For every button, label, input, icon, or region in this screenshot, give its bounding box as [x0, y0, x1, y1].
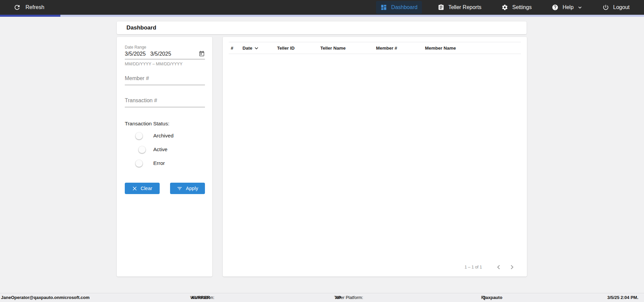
column-header-member-name: Member Name — [425, 46, 527, 51]
sort-chevron-down-icon — [254, 46, 259, 51]
table-header-row: # Date Teller ID Teller Name Member # Me… — [223, 42, 527, 54]
date-start-input[interactable] — [125, 51, 150, 57]
clear-button-label: Clear — [141, 186, 152, 191]
app-root: Refresh Dashboard Teller Reports Setting… — [0, 0, 644, 302]
chevron-down-icon — [578, 5, 582, 10]
top-nav: Dashboard Teller Reports Settings Help — [376, 1, 634, 14]
close-icon — [132, 186, 137, 191]
refresh-icon — [13, 4, 21, 11]
nav-label: Dashboard — [391, 4, 417, 10]
nav-logout[interactable]: Logout — [598, 1, 634, 14]
apply-button-label: Apply — [186, 186, 198, 191]
column-header-teller-id: Teller ID — [277, 46, 320, 51]
chevron-left-icon — [495, 263, 502, 271]
toggle-error[interactable]: Error — [125, 159, 205, 168]
nav-settings[interactable]: Settings — [497, 1, 536, 14]
toggle-label: Archived — [153, 133, 173, 139]
toggle-label: Error — [153, 160, 165, 166]
toggle-switch-icon — [136, 147, 148, 152]
date-range-label: Date Range — [125, 45, 205, 50]
date-format-hint: MM/DD/YYYY – MM/DD/YYYY — [125, 62, 205, 66]
toggle-archived[interactable]: Archived — [125, 131, 205, 140]
transaction-number-input[interactable] — [125, 98, 205, 107]
dashboard-grid-icon — [380, 4, 387, 11]
apply-button[interactable]: Apply — [170, 183, 205, 194]
toggle-switch-icon — [136, 133, 148, 138]
paginator: 1 – 1 of 1 — [465, 263, 527, 271]
filter-panel: Date Range MM/DD/YYYY – MM/DD/YYYY Trans… — [117, 37, 212, 277]
date-end-input[interactable] — [150, 51, 176, 57]
column-header-index: # — [231, 46, 243, 51]
nav-help[interactable]: Help — [547, 1, 587, 14]
nav-label: Help — [562, 4, 574, 10]
teller-platform-status: Teller Platform: XP — [334, 293, 341, 302]
top-bar: Refresh Dashboard Teller Reports Setting… — [0, 0, 644, 15]
column-header-label: Date — [243, 46, 252, 51]
nav-label: Settings — [512, 4, 532, 10]
nav-teller-reports[interactable]: Teller Reports — [433, 1, 486, 14]
teller-platform-label: Teller Platform: — [334, 293, 363, 302]
transaction-status-label: Transaction Status: — [125, 121, 205, 127]
chevron-right-icon — [508, 263, 516, 271]
clear-button[interactable]: Clear — [125, 183, 160, 194]
progress-bar — [0, 15, 644, 17]
column-header-teller-name: Teller Name — [320, 46, 376, 51]
calendar-icon[interactable] — [199, 51, 205, 57]
fi-status: FI: Qaxpauto — [481, 293, 502, 302]
progress-bar-segment — [0, 15, 60, 17]
column-header-member-number: Member # — [376, 46, 425, 51]
status-bar: JaneOperator@qaxpauto.onmicrosoft.com Wo… — [0, 293, 644, 302]
refresh-button[interactable]: Refresh — [13, 4, 44, 11]
column-header-date[interactable]: Date — [243, 46, 277, 51]
clipboard-icon — [438, 4, 444, 11]
filter-icon — [177, 186, 182, 191]
user-email: JaneOperator@qaxpauto.onmicrosoft.com — [1, 293, 90, 302]
results-table-card: # Date Teller ID Teller Name Member # Me… — [223, 37, 527, 277]
nav-label: Teller Reports — [448, 4, 482, 10]
status-datetime: 3/5/25 2:04 PM. — [607, 293, 639, 302]
refresh-label: Refresh — [25, 4, 44, 10]
toggle-switch-icon — [136, 161, 148, 166]
previous-page-button[interactable] — [495, 263, 502, 271]
filter-actions: Clear Apply — [125, 183, 205, 194]
nav-label: Logout — [613, 4, 630, 10]
workstation-status: Workstation: KURRER — [190, 293, 210, 302]
help-circle-icon — [552, 4, 558, 11]
date-range-field — [125, 51, 205, 59]
pagination-range-label: 1 – 1 of 1 — [465, 265, 482, 269]
workstation-label: Workstation: — [190, 293, 214, 302]
gear-icon — [501, 4, 508, 11]
table-divider-bottom — [229, 54, 521, 54]
fi-label: FI: — [481, 293, 486, 302]
nav-dashboard[interactable]: Dashboard — [376, 1, 422, 14]
toggle-label: Active — [153, 146, 167, 153]
next-page-button[interactable] — [508, 263, 516, 271]
power-icon — [602, 4, 609, 11]
page-title: Dashboard — [126, 24, 156, 31]
page-title-card: Dashboard — [117, 21, 527, 34]
member-number-input[interactable] — [125, 75, 205, 85]
toggle-active[interactable]: Active — [125, 145, 205, 154]
